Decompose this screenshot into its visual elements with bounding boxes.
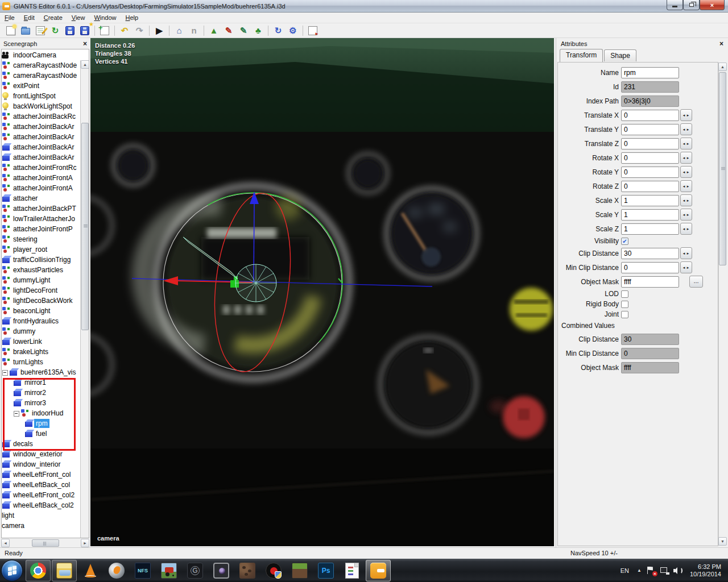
menu-window[interactable]: Window [89,13,121,22]
scenegraph-node-turnLights[interactable]: turnLights [2,357,89,367]
attribute-value-field[interactable]: 0 [621,124,679,135]
toolbar-open-file[interactable] [19,24,32,37]
toolbar-notes[interactable] [34,24,47,37]
scenegraph-node-camera[interactable]: camera [1,521,89,531]
scenegraph-node-cameraRaycastNode[interactable]: cameraRaycastNode [2,70,89,81]
menu-view[interactable]: View [67,13,90,22]
attribute-value-field[interactable]: 30 [621,334,679,345]
attribute-value-field[interactable]: 30 [621,248,679,259]
scrollbar-thumb[interactable] [719,72,726,265]
attribute-value-field[interactable]: ffff [621,362,679,373]
scenegraph-close-icon[interactable]: × [83,40,87,48]
scenegraph-node-attacherJointBackPT[interactable]: attacherJointBackPT [2,203,89,214]
viewport-3d[interactable]: Distance 0.26 Triangles 38 Vertices 41 c… [90,38,554,546]
scenegraph-node-attacherJointFrontA[interactable]: attacherJointFrontA [2,173,89,183]
checkbox[interactable]: ✔ [621,238,628,245]
spinner-button[interactable] [680,194,692,206]
scenegraph-node-wheelLeftBack_col2[interactable]: wheelLeftBack_col2 [2,500,89,510]
toolbar-terrain-paint[interactable]: ✎ [222,24,235,37]
scenegraph-node-lightDecoFront[interactable]: lightDecoFront [2,285,89,296]
scenegraph-node-indoorCamera[interactable]: indoorCamera [2,50,89,60]
toolbar-shader-settings[interactable]: ⚙ [286,24,300,37]
scenegraph-node-frontHydraulics[interactable]: frontHydraulics [2,316,89,326]
taskbar-explorer[interactable] [52,560,77,581]
scenegraph-node-lightDecoBackWork[interactable]: lightDecoBackWork [2,296,89,306]
scenegraph-node-attacherJointFrontRc[interactable]: attacherJointFrontRc [2,163,89,173]
attribute-value-field[interactable]: rpm [621,67,679,78]
spinner-button[interactable] [680,109,692,121]
spinner-button[interactable] [680,223,692,235]
expander-icon[interactable] [2,368,9,376]
scrollbar-thumb[interactable] [81,123,89,330]
scenegraph-node-backWorkLightSpot[interactable]: backWorkLightSpot [2,101,89,111]
spinner-button[interactable] [680,261,692,273]
checkbox[interactable] [621,290,628,298]
scenegraph-node-attacher[interactable]: attacher [2,193,89,203]
scenegraph-node-attacherJointBackAr[interactable]: attacherJointBackAr [2,132,89,142]
menu-help[interactable]: Help [121,13,143,22]
scenegraph-horizontal-scrollbar[interactable]: ◄ ► [1,539,89,547]
menu-file[interactable]: File [0,13,19,22]
spinner-button[interactable] [680,152,692,164]
viewport-canvas[interactable] [90,38,554,546]
scenegraph-node-lowerLink[interactable]: lowerLink [2,336,89,347]
taskbar-farming-simulator[interactable] [156,560,181,581]
toolbar-save[interactable] [63,24,77,37]
scenegraph-node-dummyLight[interactable]: dummyLight [2,275,89,285]
scroll-down-icon[interactable]: ▼ [718,537,727,546]
attribute-value-field[interactable]: ffff [621,276,679,288]
taskbar-minecraft[interactable] [287,560,312,581]
toolbar-import[interactable] [98,24,111,37]
attribute-value-field[interactable]: 0 [621,181,679,192]
attribute-value-field[interactable]: 0 [621,348,679,359]
attribute-value-field[interactable]: 1 [621,195,679,206]
scroll-left-icon[interactable]: ◄ [1,539,10,547]
scenegraph-node-cameraRaycastNode[interactable]: cameraRaycastNode [2,60,89,70]
scenegraph-node-frontLightSpot[interactable]: frontLightSpot [2,91,89,101]
scenegraph-node-steering[interactable]: steering [2,234,89,244]
language-indicator[interactable]: EN [616,567,634,574]
title-bar[interactable]: GIANTS Editor 6.0.1 - C:/Users/Vytas/Des… [0,0,728,13]
taskbar-giants-editor[interactable] [366,560,391,581]
checkbox[interactable] [621,301,628,308]
toolbar-camera-home[interactable]: ⌂ [172,24,186,37]
start-button[interactable] [1,560,23,581]
toolbar-letter-n[interactable]: n [187,24,201,37]
scenegraph-node-wheelLeftBack_col[interactable]: wheelLeftBack_col [2,480,89,490]
toolbar-new-file[interactable] [4,24,18,37]
scenegraph-node-buehrer6135A_vis[interactable]: buehrer6135A_vis [2,367,89,377]
attribute-value-field[interactable]: 1 [621,223,679,235]
taskbar-camera-app[interactable] [209,560,234,581]
scenegraph-node-attacherJointBackAr[interactable]: attacherJointBackAr [2,142,89,152]
scenegraph-node-window_interior[interactable]: window_interior [2,459,89,469]
toolbar-save-as[interactable]: ★ [78,24,92,37]
restore-button[interactable] [683,0,700,10]
toolbar-play[interactable]: ▶ [152,24,166,37]
scenegraph-node-player_root[interactable]: player_root [2,244,89,255]
scenegraph-node-beaconLight[interactable]: beaconLight [2,306,89,316]
toolbar-reload-file[interactable]: ↻ [48,24,62,37]
toolbar-terrain-raise[interactable]: ▲ [207,24,221,37]
taskbar-dirt-app[interactable] [235,560,260,581]
action-center-icon[interactable] [647,566,656,575]
toolbar-redo[interactable]: ↷ [133,24,146,37]
attribute-value-field[interactable]: 0 [621,138,679,149]
toolbar-terrain-foliage[interactable]: ✎ [237,24,250,37]
attributes-vertical-scrollbar[interactable]: ▲ ▼ [718,63,727,546]
scenegraph-node-light[interactable]: light [1,510,89,521]
scroll-up-icon[interactable]: ▲ [81,60,89,69]
attribute-value-field[interactable]: 0 [621,110,679,121]
taskbar-doc-app[interactable] [340,560,365,581]
menu-edit[interactable]: Edit [19,13,39,22]
attribute-value-field[interactable]: 0 [621,167,679,178]
toolbar-script-log[interactable] [306,24,320,37]
taskbar-g-app[interactable]: G [183,560,208,581]
scroll-right-icon[interactable]: ► [81,539,89,547]
scenegraph-node-wheelLeftFront_col2[interactable]: wheelLeftFront_col2 [2,490,89,500]
toolbar-reload-shaders[interactable]: ↻ [271,24,285,37]
scenegraph-node-brakeLights[interactable]: brakeLights [2,347,89,357]
attribute-value-field[interactable]: 1 [621,209,679,221]
menu-create[interactable]: Create [39,13,67,22]
taskbar-photoshop[interactable]: Ps [313,560,338,581]
spinner-button[interactable] [680,247,692,259]
